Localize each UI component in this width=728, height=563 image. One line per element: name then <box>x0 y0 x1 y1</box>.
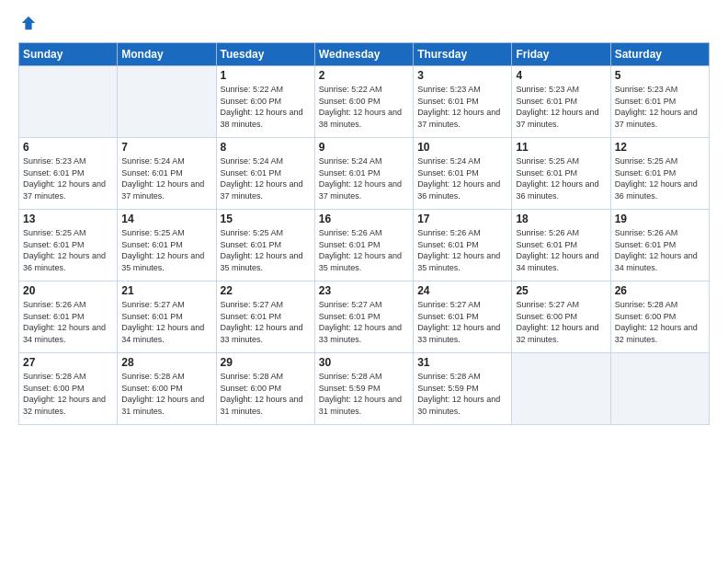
day-detail: Sunrise: 5:24 AMSunset: 6:01 PMDaylight:… <box>417 155 507 201</box>
day-detail: Sunrise: 5:23 AMSunset: 6:01 PMDaylight:… <box>615 84 705 130</box>
day-number: 2 <box>319 69 409 82</box>
day-number: 16 <box>319 213 409 225</box>
weekday-header-monday: Monday <box>118 43 216 66</box>
day-detail: Sunrise: 5:26 AMSunset: 6:01 PMDaylight:… <box>23 299 113 345</box>
calendar-cell: 7Sunrise: 5:24 AMSunset: 6:01 PMDaylight… <box>118 138 216 210</box>
day-detail: Sunrise: 5:27 AMSunset: 6:00 PMDaylight:… <box>516 299 606 345</box>
day-number: 24 <box>417 284 507 297</box>
day-detail: Sunrise: 5:22 AMSunset: 6:00 PMDaylight:… <box>221 84 311 130</box>
calendar-cell: 26Sunrise: 5:28 AMSunset: 6:00 PMDayligh… <box>610 282 709 353</box>
day-number: 8 <box>221 141 311 154</box>
day-number: 9 <box>319 141 409 154</box>
day-detail: Sunrise: 5:27 AMSunset: 6:01 PMDaylight:… <box>319 299 409 345</box>
calendar-cell: 16Sunrise: 5:26 AMSunset: 6:01 PMDayligh… <box>314 210 413 282</box>
day-number: 1 <box>221 69 311 82</box>
calendar-cell: 10Sunrise: 5:24 AMSunset: 6:01 PMDayligh… <box>414 138 512 210</box>
calendar-cell: 31Sunrise: 5:28 AMSunset: 5:59 PMDayligh… <box>414 353 512 425</box>
weekday-header-saturday: Saturday <box>610 43 709 66</box>
day-number: 5 <box>615 69 705 82</box>
day-number: 17 <box>417 213 507 225</box>
calendar-cell: 30Sunrise: 5:28 AMSunset: 5:59 PMDayligh… <box>314 353 413 425</box>
calendar-cell <box>512 353 610 425</box>
day-detail: Sunrise: 5:27 AMSunset: 6:01 PMDaylight:… <box>417 299 507 345</box>
day-number: 26 <box>615 284 705 297</box>
day-number: 20 <box>23 284 113 297</box>
day-detail: Sunrise: 5:22 AMSunset: 6:00 PMDaylight:… <box>319 84 409 130</box>
day-detail: Sunrise: 5:27 AMSunset: 6:01 PMDaylight:… <box>221 299 311 345</box>
day-number: 10 <box>417 141 507 154</box>
calendar-cell <box>118 66 216 138</box>
calendar-table: SundayMondayTuesdayWednesdayThursdayFrid… <box>18 42 710 425</box>
day-number: 22 <box>221 284 311 297</box>
day-detail: Sunrise: 5:23 AMSunset: 6:01 PMDaylight:… <box>417 84 507 130</box>
day-number: 12 <box>615 141 705 154</box>
weekday-header-thursday: Thursday <box>414 43 512 66</box>
day-detail: Sunrise: 5:24 AMSunset: 6:01 PMDaylight:… <box>221 155 311 201</box>
day-detail: Sunrise: 5:23 AMSunset: 6:01 PMDaylight:… <box>516 84 606 130</box>
day-detail: Sunrise: 5:28 AMSunset: 6:00 PMDaylight:… <box>121 371 211 417</box>
day-detail: Sunrise: 5:27 AMSunset: 6:01 PMDaylight:… <box>121 299 211 345</box>
calendar-cell: 20Sunrise: 5:26 AMSunset: 6:01 PMDayligh… <box>19 282 118 353</box>
day-number: 18 <box>516 213 606 225</box>
calendar-cell: 15Sunrise: 5:25 AMSunset: 6:01 PMDayligh… <box>216 210 314 282</box>
weekday-header-wednesday: Wednesday <box>314 43 413 66</box>
calendar-cell: 22Sunrise: 5:27 AMSunset: 6:01 PMDayligh… <box>216 282 314 353</box>
day-detail: Sunrise: 5:26 AMSunset: 6:01 PMDaylight:… <box>615 227 705 273</box>
week-row-1: 1Sunrise: 5:22 AMSunset: 6:00 PMDaylight… <box>19 66 710 138</box>
week-row-3: 13Sunrise: 5:25 AMSunset: 6:01 PMDayligh… <box>19 210 710 282</box>
week-row-5: 27Sunrise: 5:28 AMSunset: 6:00 PMDayligh… <box>19 353 710 425</box>
calendar-cell: 29Sunrise: 5:28 AMSunset: 6:00 PMDayligh… <box>216 353 314 425</box>
day-number: 28 <box>121 356 211 369</box>
day-number: 4 <box>516 69 606 82</box>
calendar-cell: 3Sunrise: 5:23 AMSunset: 6:01 PMDaylight… <box>414 66 512 138</box>
calendar-cell: 5Sunrise: 5:23 AMSunset: 6:01 PMDaylight… <box>610 66 709 138</box>
weekday-header-tuesday: Tuesday <box>216 43 314 66</box>
calendar-cell: 4Sunrise: 5:23 AMSunset: 6:01 PMDaylight… <box>512 66 610 138</box>
calendar-cell: 13Sunrise: 5:25 AMSunset: 6:01 PMDayligh… <box>19 210 118 282</box>
calendar-cell: 1Sunrise: 5:22 AMSunset: 6:00 PMDaylight… <box>216 66 314 138</box>
day-number: 27 <box>23 356 113 369</box>
week-row-2: 6Sunrise: 5:23 AMSunset: 6:01 PMDaylight… <box>19 138 710 210</box>
day-detail: Sunrise: 5:25 AMSunset: 6:01 PMDaylight:… <box>23 227 113 273</box>
header <box>18 17 710 33</box>
day-detail: Sunrise: 5:26 AMSunset: 6:01 PMDaylight:… <box>319 227 409 273</box>
calendar-cell: 25Sunrise: 5:27 AMSunset: 6:00 PMDayligh… <box>512 282 610 353</box>
calendar-cell: 6Sunrise: 5:23 AMSunset: 6:01 PMDaylight… <box>19 138 118 210</box>
calendar-cell <box>610 353 709 425</box>
day-number: 14 <box>121 213 211 225</box>
day-number: 30 <box>319 356 409 369</box>
day-detail: Sunrise: 5:23 AMSunset: 6:01 PMDaylight:… <box>23 155 113 201</box>
day-number: 25 <box>516 284 606 297</box>
calendar-cell: 19Sunrise: 5:26 AMSunset: 6:01 PMDayligh… <box>610 210 709 282</box>
logo-icon <box>20 15 37 31</box>
day-number: 21 <box>121 284 211 297</box>
calendar-cell <box>19 66 118 138</box>
calendar-cell: 28Sunrise: 5:28 AMSunset: 6:00 PMDayligh… <box>118 353 216 425</box>
page: SundayMondayTuesdayWednesdayThursdayFrid… <box>0 0 728 563</box>
day-number: 31 <box>417 356 507 369</box>
day-number: 15 <box>221 213 311 225</box>
day-detail: Sunrise: 5:25 AMSunset: 6:01 PMDaylight:… <box>516 155 606 201</box>
day-detail: Sunrise: 5:28 AMSunset: 6:00 PMDaylight:… <box>23 371 113 417</box>
day-detail: Sunrise: 5:24 AMSunset: 6:01 PMDaylight:… <box>121 155 211 201</box>
day-detail: Sunrise: 5:25 AMSunset: 6:01 PMDaylight:… <box>221 227 311 273</box>
calendar-header-row: SundayMondayTuesdayWednesdayThursdayFrid… <box>19 43 710 66</box>
day-number: 13 <box>23 213 113 225</box>
calendar-cell: 21Sunrise: 5:27 AMSunset: 6:01 PMDayligh… <box>118 282 216 353</box>
day-number: 29 <box>221 356 311 369</box>
calendar-cell: 27Sunrise: 5:28 AMSunset: 6:00 PMDayligh… <box>19 353 118 425</box>
day-detail: Sunrise: 5:24 AMSunset: 6:01 PMDaylight:… <box>319 155 409 201</box>
day-number: 6 <box>23 141 113 154</box>
day-detail: Sunrise: 5:28 AMSunset: 5:59 PMDaylight:… <box>417 371 507 417</box>
calendar-cell: 23Sunrise: 5:27 AMSunset: 6:01 PMDayligh… <box>314 282 413 353</box>
day-detail: Sunrise: 5:28 AMSunset: 5:59 PMDaylight:… <box>319 371 409 417</box>
calendar-cell: 8Sunrise: 5:24 AMSunset: 6:01 PMDaylight… <box>216 138 314 210</box>
calendar-cell: 12Sunrise: 5:25 AMSunset: 6:01 PMDayligh… <box>610 138 709 210</box>
calendar-cell: 11Sunrise: 5:25 AMSunset: 6:01 PMDayligh… <box>512 138 610 210</box>
logo <box>18 17 37 33</box>
day-number: 19 <box>615 213 705 225</box>
day-detail: Sunrise: 5:28 AMSunset: 6:00 PMDaylight:… <box>615 299 705 345</box>
day-detail: Sunrise: 5:25 AMSunset: 6:01 PMDaylight:… <box>121 227 211 273</box>
calendar-cell: 18Sunrise: 5:26 AMSunset: 6:01 PMDayligh… <box>512 210 610 282</box>
day-detail: Sunrise: 5:26 AMSunset: 6:01 PMDaylight:… <box>516 227 606 273</box>
